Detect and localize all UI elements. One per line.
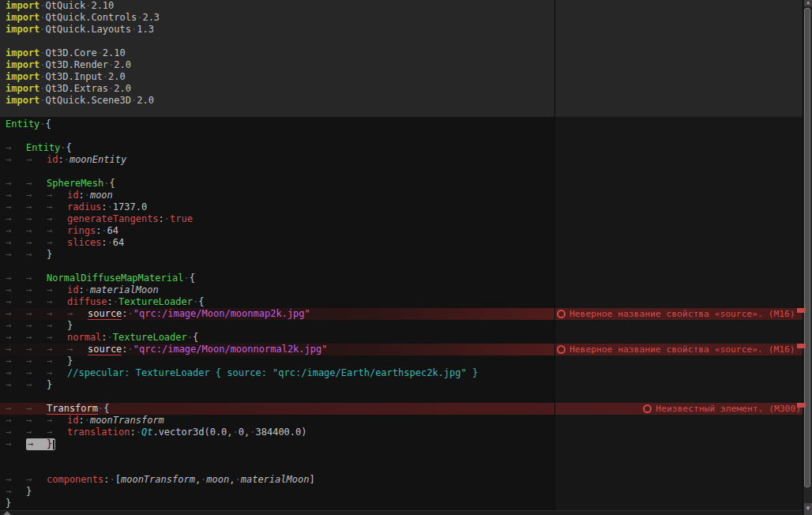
code-line[interactable] <box>0 391 803 403</box>
code-line[interactable]: →→} <box>0 249 803 261</box>
scrollbar-error-marker[interactable] <box>797 308 806 313</box>
tab-arrow-icon: → <box>6 320 26 332</box>
code-line[interactable]: } <box>0 498 803 509</box>
tab-arrow-icon: → <box>6 178 26 190</box>
code-line[interactable]: →→→id:·moon <box>0 190 803 201</box>
code-line[interactable]: →→SphereMesh·{ <box>0 178 803 190</box>
code-line[interactable]: import·QtQuick·2.10 <box>0 0 803 12</box>
string-token: "qrc:/image/Moon/moonnormal2k.jpg" <box>133 344 328 355</box>
tab-arrow-icon: → <box>26 379 47 391</box>
code-token: ] <box>309 474 314 485</box>
identifier-token: moonTransform <box>121 474 195 485</box>
code-line[interactable] <box>0 450 803 462</box>
property-token: id <box>67 415 78 426</box>
error-annotation-text: Неверное название свойства «source». (M1… <box>570 308 795 320</box>
error-annotation[interactable]: Неверное название свойства «source». (M1… <box>557 308 795 320</box>
error-annotation[interactable]: Неверное название свойства «source». (M1… <box>557 344 795 355</box>
tab-arrow-icon: → <box>6 403 26 415</box>
selection-highlight[interactable]: →} <box>26 438 55 450</box>
code-line[interactable]: →→→rings:·64 <box>0 225 803 237</box>
code-token: : <box>130 427 135 438</box>
whitespace-dot: · <box>107 332 113 343</box>
whitespace-dot: · <box>113 296 118 307</box>
tab-arrow-icon: → <box>6 379 26 391</box>
error-circle-icon <box>643 404 652 413</box>
code-token: : <box>159 213 164 224</box>
code-line[interactable]: →→→→source:·"qrc:/image/Moon/moonmap2k.j… <box>0 308 803 320</box>
property-token: id <box>67 284 78 295</box>
tab-arrow-icon: → <box>6 367 26 379</box>
code-line[interactable]: →} <box>0 486 803 498</box>
error-annotation[interactable]: Неизвестный элемент. (M300) <box>643 403 801 415</box>
identifier-token: moonEntity <box>70 154 126 165</box>
code-line[interactable] <box>0 130 803 142</box>
whitespace-dot: · <box>103 71 108 82</box>
whitespace-dot: · <box>85 284 90 295</box>
code-token: 64 <box>113 237 124 248</box>
code-line[interactable]: →→→diffuse:·TextureLoader·{ <box>0 296 803 308</box>
code-token: Qt3D.Core <box>46 47 97 58</box>
code-line[interactable]: →→→slices:·64 <box>0 237 803 249</box>
code-line[interactable]: →→→//specular: TextureLoader { source: "… <box>0 367 803 379</box>
code-line[interactable] <box>0 166 803 178</box>
code-line[interactable]: import·Qt3D.Render·2.0 <box>0 59 803 71</box>
tab-arrow-icon: → <box>47 344 67 355</box>
code-line[interactable]: →→Transform·{Неизвестный элемент. (M300) <box>0 403 803 415</box>
horizontal-scrollbar[interactable] <box>0 510 803 515</box>
code-line[interactable]: →→} <box>0 379 803 391</box>
code-line[interactable]: import·QtQuick.Layouts·1.3 <box>0 24 803 36</box>
tab-arrow-icon: → <box>26 355 47 367</box>
code-line[interactable]: →→→id:·moonTransform <box>0 415 803 427</box>
code-token: } <box>26 486 32 497</box>
tab-arrow-icon: → <box>6 296 26 308</box>
code-token: } <box>47 249 52 260</box>
tab-arrow-icon: → <box>47 190 67 201</box>
code-line[interactable]: →→→} <box>0 355 803 367</box>
property-token: components <box>47 474 103 485</box>
code-line[interactable]: import·Qt3D.Extras·2.0 <box>0 83 803 95</box>
scrollbar-error-marker[interactable] <box>797 403 806 408</box>
vertical-scrollbar[interactable]: ▲ ▼ <box>803 0 812 515</box>
tab-arrow-icon: → <box>26 284 47 296</box>
code-line[interactable]: →→} <box>0 438 803 450</box>
code-line[interactable]: →→→radius:·1737.0 <box>0 201 803 213</box>
code-line[interactable]: import·Qt3D.Core·2.10 <box>0 47 803 59</box>
scrollbar-up-arrow-icon[interactable]: ▲ <box>804 0 812 6</box>
code-line[interactable]: →→components:·[moonTransform,·moon,·mate… <box>0 474 803 486</box>
code-line[interactable]: →→id:·moonEntity <box>0 154 803 166</box>
code-line[interactable]: import·Qt3D.Input·2.0 <box>0 71 803 83</box>
code-line[interactable] <box>0 462 803 474</box>
code-token: : <box>78 190 84 201</box>
tab-arrow-icon: → <box>6 332 26 344</box>
scrollbar-down-arrow-icon[interactable]: ▼ <box>804 503 812 515</box>
tab-arrow-icon: → <box>6 308 26 320</box>
code-line[interactable]: →→→normal:·TextureLoader·{ <box>0 332 803 344</box>
code-line[interactable]: import·QtQuick.Scene3D·2.0 <box>0 95 803 107</box>
whitespace-dot: · <box>39 71 45 82</box>
code-line[interactable]: →→→} <box>0 320 803 332</box>
code-area[interactable]: import·QtQuick·2.10import·QtQuick.Contro… <box>0 0 803 509</box>
string-token: "qrc:/image/Moon/moonmap2k.jpg" <box>133 308 310 319</box>
code-line[interactable]: Entity·{ <box>0 118 803 130</box>
scrollbar-error-marker[interactable] <box>797 344 806 348</box>
property-token: translation <box>67 427 130 438</box>
code-line[interactable]: →→→→source:·"qrc:/image/Moon/moonnormal2… <box>0 344 803 355</box>
error-annotation-text: Неизвестный элемент. (M300) <box>656 403 801 415</box>
code-line[interactable] <box>0 107 803 118</box>
code-line[interactable]: →→→translation:·Qt.vector3d(0.0,·0,·3844… <box>0 427 803 438</box>
code-token: : <box>101 237 107 248</box>
whitespace-dot: · <box>39 12 45 23</box>
code-token: .vector3d(0.0, <box>152 427 232 438</box>
code-line[interactable]: →→→id:·materialMoon <box>0 284 803 296</box>
scrollbar-thumb[interactable] <box>804 8 810 487</box>
code-token: } <box>67 320 73 331</box>
code-line[interactable]: →→→generateTangents:·true <box>0 213 803 225</box>
code-line[interactable] <box>0 261 803 273</box>
code-line[interactable]: →Entity·{ <box>0 142 803 154</box>
code-line[interactable]: →→NormalDiffuseMapMaterial·{ <box>0 273 803 284</box>
type-token: TextureLoader <box>118 296 193 307</box>
code-line[interactable] <box>0 36 803 47</box>
code-token: [ <box>115 474 121 485</box>
property-token: slices <box>67 237 101 248</box>
code-line[interactable]: import·QtQuick.Controls·2.3 <box>0 12 803 24</box>
